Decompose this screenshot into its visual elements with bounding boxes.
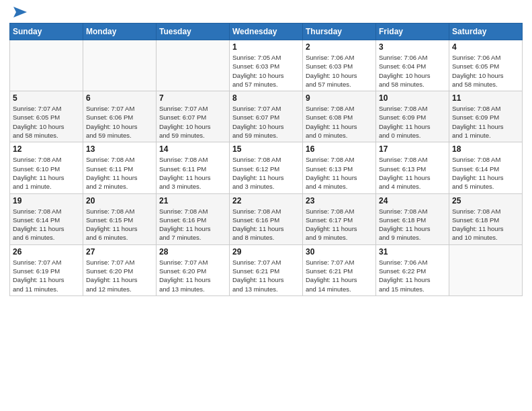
day-info: Sunrise: 7:08 AM Sunset: 6:14 PM Dayligh… (452, 155, 519, 191)
day-number: 1 (232, 42, 300, 52)
day-info: Sunrise: 7:07 AM Sunset: 6:20 PM Dayligh… (159, 258, 226, 293)
day-number: 23 (306, 196, 373, 205)
day-number: 5 (13, 93, 80, 103)
day-info: Sunrise: 7:07 AM Sunset: 6:21 PM Dayligh… (232, 258, 300, 293)
day-info: Sunrise: 7:07 AM Sunset: 6:21 PM Dayligh… (306, 258, 373, 293)
logo-icon (11, 5, 30, 20)
calendar-cell: 3Sunrise: 7:06 AM Sunset: 6:04 PM Daylig… (376, 40, 449, 91)
day-info: Sunrise: 7:06 AM Sunset: 6:22 PM Dayligh… (379, 258, 446, 293)
calendar-cell: 20Sunrise: 7:08 AM Sunset: 6:15 PM Dayli… (83, 193, 157, 244)
weekday-header: Monday (83, 24, 157, 40)
calendar-cell: 19Sunrise: 7:08 AM Sunset: 6:14 PM Dayli… (10, 193, 83, 244)
calendar-cell: 15Sunrise: 7:08 AM Sunset: 6:12 PM Dayli… (230, 142, 303, 193)
calendar-cell: 26Sunrise: 7:07 AM Sunset: 6:19 PM Dayli… (10, 244, 83, 295)
calendar-week-row: 26Sunrise: 7:07 AM Sunset: 6:19 PM Dayli… (10, 244, 523, 295)
calendar-week-row: 12Sunrise: 7:08 AM Sunset: 6:10 PM Dayli… (10, 142, 523, 193)
weekday-header: Thursday (303, 24, 376, 40)
day-info: Sunrise: 7:07 AM Sunset: 6:06 PM Dayligh… (86, 104, 153, 140)
calendar-cell: 2Sunrise: 7:06 AM Sunset: 6:03 PM Daylig… (303, 40, 376, 91)
calendar-cell: 31Sunrise: 7:06 AM Sunset: 6:22 PM Dayli… (376, 244, 449, 295)
day-info: Sunrise: 7:08 AM Sunset: 6:08 PM Dayligh… (306, 104, 373, 140)
weekday-header: Saturday (449, 24, 523, 40)
day-info: Sunrise: 7:08 AM Sunset: 6:18 PM Dayligh… (379, 207, 446, 242)
day-number: 26 (13, 247, 80, 257)
day-number: 11 (452, 93, 519, 103)
day-info: Sunrise: 7:08 AM Sunset: 6:18 PM Dayligh… (452, 207, 519, 242)
day-number: 30 (306, 247, 373, 257)
header (9, 7, 523, 17)
weekday-header-row: SundayMondayTuesdayWednesdayThursdayFrid… (10, 24, 523, 40)
day-number: 24 (379, 196, 446, 205)
calendar-week-row: 1Sunrise: 7:05 AM Sunset: 6:03 PM Daylig… (10, 40, 523, 91)
day-number: 14 (159, 144, 226, 154)
day-info: Sunrise: 7:08 AM Sunset: 6:09 PM Dayligh… (452, 104, 519, 140)
day-number: 3 (379, 42, 446, 52)
day-info: Sunrise: 7:08 AM Sunset: 6:16 PM Dayligh… (159, 207, 226, 242)
calendar-cell: 1Sunrise: 7:05 AM Sunset: 6:03 PM Daylig… (230, 40, 303, 91)
calendar-cell: 17Sunrise: 7:08 AM Sunset: 6:13 PM Dayli… (376, 142, 449, 193)
day-info: Sunrise: 7:06 AM Sunset: 6:05 PM Dayligh… (452, 53, 519, 89)
day-number: 18 (452, 144, 519, 154)
weekday-header: Tuesday (157, 24, 230, 40)
day-info: Sunrise: 7:08 AM Sunset: 6:11 PM Dayligh… (159, 155, 226, 191)
day-number: 9 (306, 93, 373, 103)
calendar-cell: 27Sunrise: 7:07 AM Sunset: 6:20 PM Dayli… (83, 244, 157, 295)
calendar-cell: 6Sunrise: 7:07 AM Sunset: 6:06 PM Daylig… (83, 91, 157, 142)
day-number: 12 (13, 144, 80, 154)
svg-marker-0 (13, 7, 27, 17)
day-info: Sunrise: 7:08 AM Sunset: 6:10 PM Dayligh… (13, 155, 80, 191)
calendar-cell: 12Sunrise: 7:08 AM Sunset: 6:10 PM Dayli… (10, 142, 83, 193)
day-info: Sunrise: 7:08 AM Sunset: 6:11 PM Dayligh… (86, 155, 153, 191)
day-number: 25 (452, 196, 519, 205)
calendar-cell: 10Sunrise: 7:08 AM Sunset: 6:09 PM Dayli… (376, 91, 449, 142)
day-info: Sunrise: 7:07 AM Sunset: 6:05 PM Dayligh… (13, 104, 80, 140)
day-number: 2 (306, 42, 373, 52)
day-info: Sunrise: 7:08 AM Sunset: 6:14 PM Dayligh… (13, 207, 80, 242)
calendar-cell: 8Sunrise: 7:07 AM Sunset: 6:07 PM Daylig… (230, 91, 303, 142)
day-number: 15 (232, 144, 300, 154)
day-info: Sunrise: 7:07 AM Sunset: 6:07 PM Dayligh… (232, 104, 300, 140)
calendar-table: SundayMondayTuesdayWednesdayThursdayFrid… (9, 23, 523, 296)
day-number: 4 (452, 42, 519, 52)
logo (9, 7, 30, 17)
day-number: 21 (159, 196, 226, 205)
day-info: Sunrise: 7:08 AM Sunset: 6:17 PM Dayligh… (306, 207, 373, 242)
day-number: 20 (86, 196, 153, 205)
calendar-page: SundayMondayTuesdayWednesdayThursdayFrid… (0, 0, 532, 411)
day-info: Sunrise: 7:07 AM Sunset: 6:20 PM Dayligh… (86, 258, 153, 293)
day-info: Sunrise: 7:07 AM Sunset: 6:07 PM Dayligh… (159, 104, 226, 140)
day-info: Sunrise: 7:08 AM Sunset: 6:15 PM Dayligh… (86, 207, 153, 242)
day-number: 29 (232, 247, 300, 257)
calendar-cell: 16Sunrise: 7:08 AM Sunset: 6:13 PM Dayli… (303, 142, 376, 193)
day-number: 7 (159, 93, 226, 103)
day-number: 28 (159, 247, 226, 257)
weekday-header: Sunday (10, 24, 83, 40)
day-info: Sunrise: 7:05 AM Sunset: 6:03 PM Dayligh… (232, 53, 300, 89)
calendar-cell: 24Sunrise: 7:08 AM Sunset: 6:18 PM Dayli… (376, 193, 449, 244)
calendar-cell: 30Sunrise: 7:07 AM Sunset: 6:21 PM Dayli… (303, 244, 376, 295)
day-number: 16 (306, 144, 373, 154)
day-number: 17 (379, 144, 446, 154)
calendar-cell: 11Sunrise: 7:08 AM Sunset: 6:09 PM Dayli… (449, 91, 523, 142)
calendar-cell: 13Sunrise: 7:08 AM Sunset: 6:11 PM Dayli… (83, 142, 157, 193)
calendar-cell (83, 40, 157, 91)
day-number: 6 (86, 93, 153, 103)
day-info: Sunrise: 7:07 AM Sunset: 6:19 PM Dayligh… (13, 258, 80, 293)
calendar-cell (449, 244, 523, 295)
day-number: 22 (232, 196, 300, 205)
calendar-cell: 7Sunrise: 7:07 AM Sunset: 6:07 PM Daylig… (157, 91, 230, 142)
day-number: 13 (86, 144, 153, 154)
calendar-cell: 22Sunrise: 7:08 AM Sunset: 6:16 PM Dayli… (230, 193, 303, 244)
calendar-week-row: 5Sunrise: 7:07 AM Sunset: 6:05 PM Daylig… (10, 91, 523, 142)
calendar-cell: 14Sunrise: 7:08 AM Sunset: 6:11 PM Dayli… (157, 142, 230, 193)
calendar-week-row: 19Sunrise: 7:08 AM Sunset: 6:14 PM Dayli… (10, 193, 523, 244)
day-number: 19 (13, 196, 80, 205)
day-info: Sunrise: 7:08 AM Sunset: 6:13 PM Dayligh… (379, 155, 446, 191)
day-info: Sunrise: 7:08 AM Sunset: 6:12 PM Dayligh… (232, 155, 300, 191)
calendar-cell: 5Sunrise: 7:07 AM Sunset: 6:05 PM Daylig… (10, 91, 83, 142)
calendar-cell: 4Sunrise: 7:06 AM Sunset: 6:05 PM Daylig… (449, 40, 523, 91)
calendar-cell: 23Sunrise: 7:08 AM Sunset: 6:17 PM Dayli… (303, 193, 376, 244)
calendar-cell: 25Sunrise: 7:08 AM Sunset: 6:18 PM Dayli… (449, 193, 523, 244)
day-number: 10 (379, 93, 446, 103)
calendar-cell (10, 40, 83, 91)
